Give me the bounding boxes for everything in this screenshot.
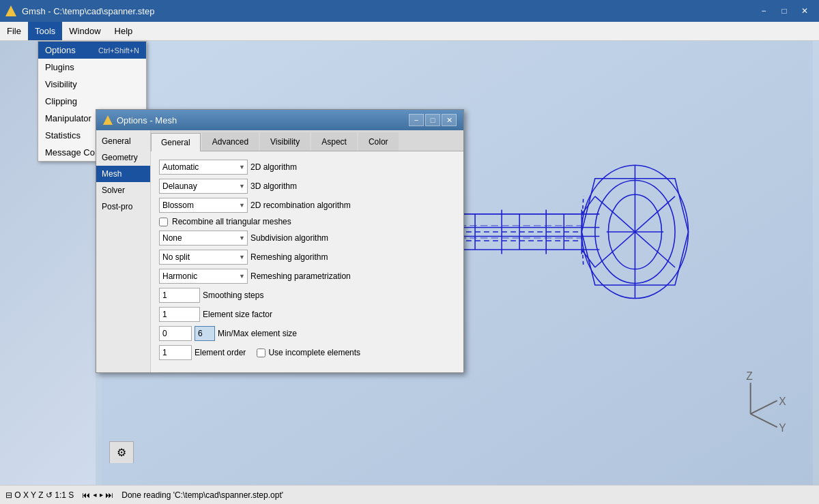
recombination-row: Blossom Simple Simple full-quad 2D recom…: [159, 198, 455, 213]
incomplete-checkbox[interactable]: [257, 349, 265, 357]
dropdown-options-label: Options: [45, 45, 76, 55]
tab-color[interactable]: Color: [358, 132, 399, 151]
menu-bar: File Tools Window Help: [0, 22, 819, 41]
minmax-size-label: Min/Max element size: [218, 329, 297, 338]
remeshing-param-row: Harmonic Conformal RBF Remeshing paramet…: [159, 269, 455, 284]
svg-text:X: X: [779, 396, 786, 407]
window-title: Gmsh - C:\temp\cad\spanner.step: [22, 6, 154, 16]
tab-advanced[interactable]: Advanced: [202, 132, 259, 151]
remeshing-wrapper: No split Automatic Manual: [159, 250, 248, 265]
gear-button[interactable]: ⚙: [109, 441, 134, 463]
menu-window[interactable]: Window: [62, 22, 107, 40]
smoothing-label: Smoothing steps: [203, 291, 263, 300]
options-dialog: Options - Mesh − □ ✕ General Geometry Me…: [96, 109, 464, 373]
dropdown-visibility[interactable]: Visibility: [38, 76, 146, 93]
close-button[interactable]: ✕: [796, 4, 814, 18]
maximize-button[interactable]: □: [775, 4, 793, 18]
recombination-select[interactable]: Blossom Simple Simple full-quad: [159, 198, 248, 213]
title-bar-controls: − □ ✕: [755, 4, 814, 18]
dropdown-plugins[interactable]: Plugins: [38, 59, 146, 76]
recombination-label: 2D recombination algorithm: [250, 201, 351, 210]
dropdown-manipulator-label: Manipulator: [45, 113, 91, 123]
subdivision-wrapper: None All Quads All Hexas: [159, 231, 248, 246]
dialog-sidebar-solver[interactable]: Solver: [96, 182, 150, 198]
algorithm-3d-wrapper: Delaunay Frontal Mmg3D: [159, 179, 248, 194]
dialog-minimize[interactable]: −: [409, 114, 424, 126]
subdivision-row: None All Quads All Hexas Subdivision alg…: [159, 231, 455, 246]
dropdown-plugins-label: Plugins: [45, 62, 74, 72]
remeshing-param-label: Remeshing parametrization: [250, 271, 351, 281]
dropdown-statistics-label: Statistics: [45, 130, 81, 140]
recombine-label: Recombine all triangular meshes: [172, 217, 291, 226]
status-coords: ⊟ O X Y Z ↺ 1:1 S: [5, 490, 74, 500]
algorithm-2d-wrapper: Automatic MeshAdapt Delaunay Frontal: [159, 160, 248, 175]
title-bar: Gmsh - C:\temp\cad\spanner.step − □ ✕: [0, 0, 819, 22]
remeshing-param-wrapper: Harmonic Conformal RBF: [159, 269, 248, 284]
dropdown-options-shortcut: Ctrl+Shift+N: [98, 46, 139, 55]
dialog-sidebar-geometry[interactable]: Geometry: [96, 149, 150, 166]
dialog-title-bar: Options - Mesh − □ ✕: [96, 110, 463, 130]
app-icon: [5, 5, 16, 16]
recombination-wrapper: Blossom Simple Simple full-quad: [159, 198, 248, 213]
menu-file[interactable]: File: [0, 22, 28, 40]
max-size-input[interactable]: [195, 326, 215, 341]
dropdown-visibility-label: Visibility: [45, 79, 77, 89]
dropdown-clipping-label: Clipping: [45, 96, 77, 106]
dropdown-clipping[interactable]: Clipping: [38, 93, 146, 110]
algorithm-2d-label: 2D algorithm: [250, 162, 297, 172]
element-size-input[interactable]: [159, 307, 200, 322]
remeshing-select[interactable]: No split Automatic Manual: [159, 250, 248, 265]
element-size-label: Element size factor: [203, 310, 272, 319]
element-order-label: Element order: [195, 348, 246, 357]
element-order-row: Element order Use incomplete elements: [159, 345, 455, 360]
element-order-input[interactable]: [159, 345, 192, 360]
algorithm-3d-label: 3D algorithm: [250, 181, 297, 191]
dialog-sidebar: General Geometry Mesh Solver Post-pro: [96, 130, 151, 372]
dialog-title-text: Options - Mesh: [117, 115, 177, 125]
subdivision-select[interactable]: None All Quads All Hexas: [159, 231, 248, 246]
min-size-input[interactable]: [159, 326, 192, 341]
menu-tools[interactable]: Tools: [28, 22, 62, 40]
remeshing-row: No split Automatic Manual Remeshing algo…: [159, 250, 455, 265]
dialog-sidebar-mesh[interactable]: Mesh: [96, 166, 150, 182]
smoothing-input[interactable]: [159, 288, 200, 303]
status-message: Done reading 'C:\temp\cad\spanner.step.o…: [121, 490, 814, 500]
remeshing-label: Remeshing algorithm: [250, 252, 328, 262]
algorithm-2d-row: Automatic MeshAdapt Delaunay Frontal 2D …: [159, 160, 455, 175]
dialog-sidebar-general[interactable]: General: [96, 133, 150, 149]
dialog-close[interactable]: ✕: [442, 114, 457, 126]
algorithm-2d-select[interactable]: Automatic MeshAdapt Delaunay Frontal: [159, 160, 248, 175]
tab-bar: General Advanced Visibility Aspect Color: [151, 130, 463, 151]
status-bar: ⊟ O X Y Z ↺ 1:1 S ⏮ ◀ ▶ ⏭ Done reading '…: [0, 485, 819, 504]
minmax-size-row: Min/Max element size: [159, 326, 455, 341]
dialog-app-icon: [103, 115, 113, 125]
tab-aspect[interactable]: Aspect: [311, 132, 357, 151]
dropdown-message-label: Message Co...: [45, 147, 102, 158]
status-nav: ⏮ ◀ ▶ ⏭: [82, 490, 113, 500]
minimize-button[interactable]: −: [755, 4, 773, 18]
algorithm-3d-row: Delaunay Frontal Mmg3D 3D algorithm: [159, 179, 455, 194]
tab-general[interactable]: General: [151, 133, 201, 151]
svg-text:Y: Y: [779, 422, 786, 434]
dialog-main: General Advanced Visibility Aspect Color…: [151, 130, 463, 372]
tab-visibility[interactable]: Visibility: [260, 132, 310, 151]
title-bar-left: Gmsh - C:\temp\cad\spanner.step: [5, 5, 154, 16]
incomplete-label: Use incomplete elements: [268, 348, 360, 357]
svg-text:Z: Z: [746, 370, 753, 382]
recombine-checkbox[interactable]: [159, 218, 168, 226]
recombine-checkbox-row: Recombine all triangular meshes: [159, 217, 455, 226]
remeshing-param-select[interactable]: Harmonic Conformal RBF: [159, 269, 248, 284]
subdivision-label: Subdivision algorithm: [250, 233, 328, 243]
menu-help[interactable]: Help: [108, 22, 140, 40]
dialog-body: General Geometry Mesh Solver Post-pro Ge…: [96, 130, 463, 372]
dialog-controls: − □ ✕: [409, 114, 457, 126]
algorithm-3d-select[interactable]: Delaunay Frontal Mmg3D: [159, 179, 248, 194]
dialog-maximize[interactable]: □: [425, 114, 440, 126]
smoothing-row: Smoothing steps: [159, 288, 455, 303]
dialog-title-left: Options - Mesh: [103, 115, 177, 125]
tab-content-general: Automatic MeshAdapt Delaunay Frontal 2D …: [151, 151, 463, 372]
dialog-sidebar-postpro[interactable]: Post-pro: [96, 198, 150, 215]
dropdown-options[interactable]: Options Ctrl+Shift+N: [38, 42, 146, 59]
element-size-row: Element size factor: [159, 307, 455, 322]
